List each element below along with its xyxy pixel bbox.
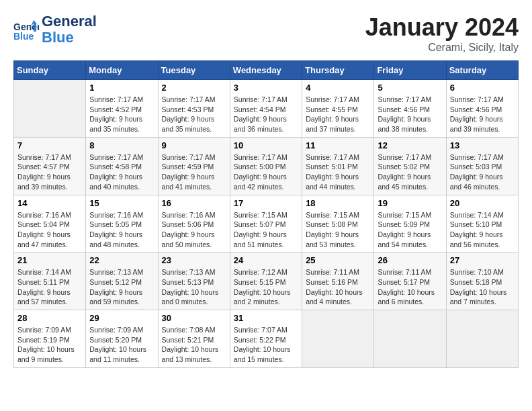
day-info: Sunrise: 7:17 AMSunset: 5:01 PMDaylight:… bbox=[306, 152, 370, 192]
page-subtitle: Cerami, Sicily, Italy bbox=[365, 42, 519, 54]
day-header-wednesday: Wednesday bbox=[230, 61, 302, 80]
logo-icon: General Blue bbox=[13, 17, 39, 42]
logo-text: General Blue bbox=[42, 13, 97, 46]
day-info: Sunrise: 7:17 AMSunset: 4:53 PMDaylight:… bbox=[162, 95, 226, 134]
day-number: 13 bbox=[450, 140, 515, 150]
calendar-cell: 17Sunrise: 7:15 AMSunset: 5:07 PMDayligh… bbox=[230, 195, 302, 253]
day-number: 8 bbox=[89, 140, 154, 150]
calendar-cell: 27Sunrise: 7:10 AMSunset: 5:18 PMDayligh… bbox=[446, 253, 518, 310]
day-number: 26 bbox=[378, 255, 442, 265]
day-number: 23 bbox=[162, 255, 226, 265]
day-number: 7 bbox=[17, 140, 82, 150]
day-number: 18 bbox=[306, 198, 370, 208]
calendar-cell bbox=[14, 80, 86, 138]
day-info: Sunrise: 7:16 AMSunset: 5:05 PMDaylight:… bbox=[89, 210, 154, 250]
calendar-cell: 16Sunrise: 7:16 AMSunset: 5:06 PMDayligh… bbox=[158, 195, 230, 253]
calendar-cell bbox=[302, 310, 374, 368]
calendar-cell: 23Sunrise: 7:13 AMSunset: 5:13 PMDayligh… bbox=[158, 253, 230, 310]
page-title: January 2024 bbox=[365, 13, 519, 42]
day-info: Sunrise: 7:13 AMSunset: 5:13 PMDaylight:… bbox=[162, 267, 226, 307]
day-info: Sunrise: 7:15 AMSunset: 5:07 PMDaylight:… bbox=[234, 210, 298, 250]
calendar-cell: 12Sunrise: 7:17 AMSunset: 5:02 PMDayligh… bbox=[374, 137, 446, 195]
calendar-cell: 20Sunrise: 7:14 AMSunset: 5:10 PMDayligh… bbox=[446, 195, 518, 253]
calendar-cell: 13Sunrise: 7:17 AMSunset: 5:03 PMDayligh… bbox=[446, 137, 518, 195]
day-number: 27 bbox=[450, 255, 515, 265]
calendar-cell: 3Sunrise: 7:17 AMSunset: 4:54 PMDaylight… bbox=[230, 80, 302, 138]
calendar-week-5: 28Sunrise: 7:09 AMSunset: 5:19 PMDayligh… bbox=[14, 310, 519, 368]
calendar-cell: 11Sunrise: 7:17 AMSunset: 5:01 PMDayligh… bbox=[302, 137, 374, 195]
day-info: Sunrise: 7:08 AMSunset: 5:21 PMDaylight:… bbox=[162, 325, 226, 365]
day-header-saturday: Saturday bbox=[446, 61, 518, 80]
calendar-cell: 14Sunrise: 7:16 AMSunset: 5:04 PMDayligh… bbox=[14, 195, 86, 253]
calendar-cell: 31Sunrise: 7:07 AMSunset: 5:22 PMDayligh… bbox=[230, 310, 302, 368]
day-info: Sunrise: 7:15 AMSunset: 5:08 PMDaylight:… bbox=[306, 210, 370, 250]
day-number: 31 bbox=[234, 313, 298, 323]
day-number: 11 bbox=[306, 140, 370, 150]
calendar-cell bbox=[446, 310, 518, 368]
day-header-tuesday: Tuesday bbox=[158, 61, 230, 80]
day-number: 6 bbox=[450, 83, 515, 93]
day-number: 21 bbox=[17, 255, 82, 265]
calendar-cell: 29Sunrise: 7:09 AMSunset: 5:20 PMDayligh… bbox=[86, 310, 158, 368]
calendar-week-4: 21Sunrise: 7:14 AMSunset: 5:11 PMDayligh… bbox=[14, 253, 519, 310]
day-info: Sunrise: 7:17 AMSunset: 4:56 PMDaylight:… bbox=[378, 95, 442, 134]
day-number: 16 bbox=[162, 198, 226, 208]
day-info: Sunrise: 7:15 AMSunset: 5:09 PMDaylight:… bbox=[378, 210, 442, 250]
calendar-cell bbox=[374, 310, 446, 368]
day-info: Sunrise: 7:17 AMSunset: 4:59 PMDaylight:… bbox=[162, 152, 226, 192]
day-info: Sunrise: 7:14 AMSunset: 5:10 PMDaylight:… bbox=[450, 210, 515, 250]
day-info: Sunrise: 7:17 AMSunset: 4:52 PMDaylight:… bbox=[89, 95, 154, 134]
day-number: 14 bbox=[17, 198, 82, 208]
day-number: 5 bbox=[378, 83, 442, 93]
day-info: Sunrise: 7:17 AMSunset: 5:02 PMDaylight:… bbox=[378, 152, 442, 192]
calendar-cell: 19Sunrise: 7:15 AMSunset: 5:09 PMDayligh… bbox=[374, 195, 446, 253]
day-info: Sunrise: 7:07 AMSunset: 5:22 PMDaylight:… bbox=[234, 325, 298, 365]
calendar-cell: 8Sunrise: 7:17 AMSunset: 4:58 PMDaylight… bbox=[86, 137, 158, 195]
day-info: Sunrise: 7:13 AMSunset: 5:12 PMDaylight:… bbox=[89, 267, 154, 307]
day-number: 15 bbox=[89, 198, 154, 208]
calendar-table: SundayMondayTuesdayWednesdayThursdayFrid… bbox=[13, 60, 519, 368]
day-number: 25 bbox=[306, 255, 370, 265]
calendar-cell: 21Sunrise: 7:14 AMSunset: 5:11 PMDayligh… bbox=[14, 253, 86, 310]
calendar-week-2: 7Sunrise: 7:17 AMSunset: 4:57 PMDaylight… bbox=[14, 137, 519, 195]
calendar-cell: 25Sunrise: 7:11 AMSunset: 5:16 PMDayligh… bbox=[302, 253, 374, 310]
day-info: Sunrise: 7:09 AMSunset: 5:20 PMDaylight:… bbox=[89, 325, 154, 365]
day-number: 10 bbox=[234, 140, 298, 150]
day-header-monday: Monday bbox=[86, 61, 158, 80]
title-block: January 2024 Cerami, Sicily, Italy bbox=[365, 13, 519, 54]
day-number: 29 bbox=[89, 313, 154, 323]
calendar-cell: 5Sunrise: 7:17 AMSunset: 4:56 PMDaylight… bbox=[374, 80, 446, 138]
day-number: 1 bbox=[89, 83, 154, 93]
day-number: 2 bbox=[162, 83, 226, 93]
calendar-cell: 6Sunrise: 7:17 AMSunset: 4:56 PMDaylight… bbox=[446, 80, 518, 138]
day-number: 17 bbox=[234, 198, 298, 208]
calendar-cell: 26Sunrise: 7:11 AMSunset: 5:17 PMDayligh… bbox=[374, 253, 446, 310]
day-header-friday: Friday bbox=[374, 61, 446, 80]
day-number: 24 bbox=[234, 255, 298, 265]
day-info: Sunrise: 7:11 AMSunset: 5:17 PMDaylight:… bbox=[378, 267, 442, 307]
day-info: Sunrise: 7:11 AMSunset: 5:16 PMDaylight:… bbox=[306, 267, 370, 307]
day-info: Sunrise: 7:17 AMSunset: 4:55 PMDaylight:… bbox=[306, 95, 370, 134]
day-info: Sunrise: 7:16 AMSunset: 5:06 PMDaylight:… bbox=[162, 210, 226, 250]
calendar-cell: 18Sunrise: 7:15 AMSunset: 5:08 PMDayligh… bbox=[302, 195, 374, 253]
day-info: Sunrise: 7:17 AMSunset: 4:56 PMDaylight:… bbox=[450, 95, 515, 134]
day-header-thursday: Thursday bbox=[302, 61, 374, 80]
calendar-cell: 2Sunrise: 7:17 AMSunset: 4:53 PMDaylight… bbox=[158, 80, 230, 138]
day-number: 28 bbox=[17, 313, 82, 323]
day-number: 3 bbox=[234, 83, 298, 93]
day-info: Sunrise: 7:14 AMSunset: 5:11 PMDaylight:… bbox=[17, 267, 82, 307]
day-info: Sunrise: 7:12 AMSunset: 5:15 PMDaylight:… bbox=[234, 267, 298, 307]
day-info: Sunrise: 7:17 AMSunset: 4:54 PMDaylight:… bbox=[234, 95, 298, 134]
calendar-cell: 1Sunrise: 7:17 AMSunset: 4:52 PMDaylight… bbox=[86, 80, 158, 138]
day-header-row: SundayMondayTuesdayWednesdayThursdayFrid… bbox=[14, 61, 519, 80]
calendar-cell: 4Sunrise: 7:17 AMSunset: 4:55 PMDaylight… bbox=[302, 80, 374, 138]
calendar-cell: 10Sunrise: 7:17 AMSunset: 5:00 PMDayligh… bbox=[230, 137, 302, 195]
calendar-cell: 7Sunrise: 7:17 AMSunset: 4:57 PMDaylight… bbox=[14, 137, 86, 195]
day-number: 20 bbox=[450, 198, 515, 208]
day-info: Sunrise: 7:09 AMSunset: 5:19 PMDaylight:… bbox=[17, 325, 82, 365]
calendar-cell: 15Sunrise: 7:16 AMSunset: 5:05 PMDayligh… bbox=[86, 195, 158, 253]
day-number: 9 bbox=[162, 140, 226, 150]
day-info: Sunrise: 7:17 AMSunset: 5:00 PMDaylight:… bbox=[234, 152, 298, 192]
calendar-cell: 22Sunrise: 7:13 AMSunset: 5:12 PMDayligh… bbox=[86, 253, 158, 310]
day-number: 30 bbox=[162, 313, 226, 323]
